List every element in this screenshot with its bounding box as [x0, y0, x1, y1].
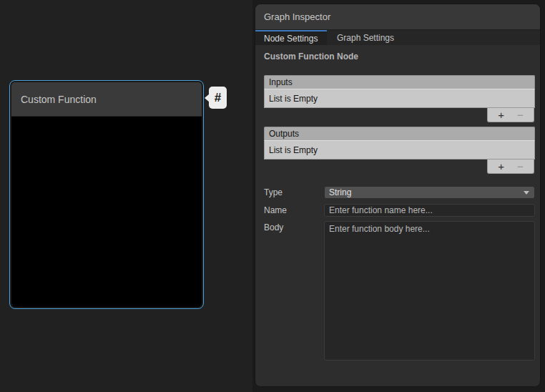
graph-inspector-panel: Graph Inspector Node Settings Graph Sett…: [255, 4, 541, 387]
inputs-list-empty-row: List is Empty: [264, 89, 535, 108]
outputs-list-title: Outputs: [269, 129, 299, 139]
outputs-remove-button[interactable]: −: [514, 161, 526, 172]
tab-graph-settings[interactable]: Graph Settings: [327, 30, 404, 45]
outputs-list-footer-box: + −: [487, 160, 534, 174]
inputs-list: Inputs List is Empty + −: [264, 75, 535, 122]
panel-title: Graph Inspector: [264, 11, 330, 22]
inputs-list-footer: + −: [264, 108, 535, 122]
tab-node-settings[interactable]: Node Settings: [255, 30, 327, 45]
type-label: Type: [264, 187, 324, 197]
node-settings-heading: Custom Function Node: [264, 52, 535, 62]
tab-label: Node Settings: [264, 34, 318, 44]
chevron-down-icon: [524, 191, 529, 195]
body-label: Body: [264, 222, 324, 232]
panel-titlebar[interactable]: Graph Inspector: [255, 4, 540, 30]
badge-tail: [205, 94, 210, 102]
node-preview-body: [11, 117, 202, 307]
outputs-list-footer: + −: [264, 160, 535, 174]
inputs-list-footer-box: + −: [487, 108, 534, 122]
function-name-input[interactable]: [324, 204, 535, 217]
inputs-remove-button[interactable]: −: [514, 109, 526, 120]
graph-canvas[interactable]: Custom Function #: [0, 0, 252, 392]
type-dropdown[interactable]: String: [324, 186, 535, 199]
body-row: Body: [264, 221, 535, 363]
outputs-list-empty-row: List is Empty: [264, 140, 535, 160]
inputs-list-title: Inputs: [269, 77, 293, 87]
custom-function-node[interactable]: Custom Function: [9, 80, 204, 309]
list-empty-text: List is Empty: [269, 94, 318, 104]
outputs-add-button[interactable]: +: [495, 161, 507, 172]
node-frame: Custom Function: [11, 82, 202, 307]
node-header[interactable]: Custom Function: [11, 82, 202, 117]
hash-icon: #: [215, 91, 221, 105]
node-hash-badge[interactable]: #: [209, 87, 227, 109]
type-row: Type String: [264, 186, 535, 199]
tab-label: Graph Settings: [337, 33, 394, 43]
node-title: Custom Function: [21, 94, 97, 105]
function-body-textarea[interactable]: [324, 221, 535, 361]
inspector-dock: Graph Inspector Node Settings Graph Sett…: [252, 0, 545, 392]
property-rows: Type String Name Body: [264, 186, 535, 363]
outputs-list: Outputs List is Empty + −: [264, 127, 535, 174]
panel-content: Custom Function Node Inputs List is Empt…: [255, 45, 540, 363]
name-label: Name: [264, 205, 324, 215]
inputs-add-button[interactable]: +: [495, 109, 507, 120]
inputs-list-header[interactable]: Inputs: [264, 75, 535, 89]
list-empty-text: List is Empty: [269, 145, 318, 155]
name-row: Name: [264, 203, 535, 217]
tabbar: Node Settings Graph Settings: [255, 30, 540, 45]
outputs-list-header[interactable]: Outputs: [264, 127, 535, 140]
type-dropdown-value: String: [329, 187, 351, 197]
